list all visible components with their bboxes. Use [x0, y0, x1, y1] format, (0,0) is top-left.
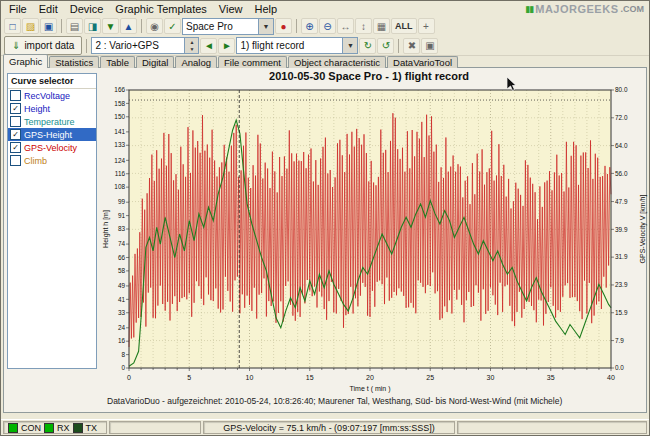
- refresh-icon[interactable]: ↻: [359, 38, 376, 54]
- svg-text:124: 124: [114, 157, 125, 164]
- svg-text:80.0: 80.0: [615, 86, 628, 93]
- flight-chart[interactable]: 1661581501411331241161089991837466584941…: [99, 84, 650, 396]
- menu-help[interactable]: Help: [249, 3, 284, 15]
- device-settings-icon[interactable]: ◨: [84, 18, 101, 34]
- checkbox-icon[interactable]: ✓: [10, 129, 21, 140]
- zoom-in-icon[interactable]: ⊕: [301, 18, 318, 34]
- svg-text:24: 24: [118, 324, 126, 331]
- zoom-vertical-icon[interactable]: ↕: [355, 18, 372, 34]
- record-icon[interactable]: ●: [275, 18, 292, 34]
- next-record-button[interactable]: ►: [218, 38, 235, 54]
- svg-text:23.9: 23.9: [615, 281, 628, 288]
- previous-record-button[interactable]: ◄: [200, 38, 217, 54]
- curve-label: Height: [24, 104, 50, 114]
- svg-text:91: 91: [118, 212, 126, 219]
- device-profile-value: Space Pro: [183, 21, 258, 32]
- svg-text:Time t ( min ): Time t ( min ): [350, 385, 391, 393]
- toolbar-separator: [86, 39, 87, 53]
- checkbox-icon[interactable]: ✓: [10, 103, 21, 114]
- tab-datavariotool[interactable]: DataVarioTool: [387, 56, 458, 68]
- reload-icon[interactable]: ↺: [377, 38, 394, 54]
- svg-text:116: 116: [115, 170, 126, 177]
- svg-text:58: 58: [118, 267, 126, 274]
- svg-text:72.0: 72.0: [615, 114, 628, 121]
- channel-combo[interactable]: 2 : Vario+GPS ▲ ▼: [91, 37, 199, 54]
- channel-spinner: ▲ ▼: [184, 38, 198, 53]
- upload-to-device-icon[interactable]: ▲: [120, 18, 137, 34]
- tab-file-comment[interactable]: File comment: [218, 56, 287, 68]
- svg-text:8: 8: [121, 351, 125, 358]
- svg-text:83: 83: [118, 225, 126, 232]
- toolbar-separator: [398, 39, 399, 53]
- status-bar: CON RX TX GPS-Velocity = 75.1 km/h - (09…: [1, 419, 649, 435]
- menu-graphic-templates[interactable]: Graphic Templates: [109, 3, 213, 15]
- svg-text:56.0: 56.0: [615, 170, 628, 177]
- tab-analog[interactable]: Analog: [175, 56, 217, 68]
- new-document-icon[interactable]: □: [4, 18, 21, 34]
- checkbox-icon[interactable]: ✓: [10, 142, 21, 153]
- grid-icon[interactable]: ▦: [373, 18, 390, 34]
- zoom-out-icon[interactable]: ⊖: [319, 18, 336, 34]
- curve-row-height[interactable]: ✓ Height: [8, 102, 96, 115]
- tx-led-icon: [73, 423, 83, 433]
- menu-view[interactable]: View: [213, 3, 249, 15]
- svg-text:40: 40: [607, 374, 615, 381]
- svg-text:15.9: 15.9: [615, 309, 628, 316]
- svg-text:41: 41: [118, 296, 126, 303]
- spin-down-icon[interactable]: ▼: [185, 46, 198, 54]
- tab-digital[interactable]: Digital: [136, 56, 174, 68]
- toolbar-separator: [141, 19, 142, 33]
- svg-text:150: 150: [114, 113, 125, 120]
- channel-combo-value: 2 : Vario+GPS: [92, 40, 184, 51]
- curve-label: GPS-Height: [24, 130, 72, 140]
- menu-edit[interactable]: Edit: [33, 3, 64, 15]
- print-icon[interactable]: ▤: [66, 18, 83, 34]
- curve-row-gps-velocity[interactable]: ✓ GPS-Velocity: [8, 141, 96, 154]
- tab-graphic[interactable]: Graphic: [3, 54, 48, 68]
- spin-up-icon[interactable]: ▲: [185, 38, 198, 46]
- curve-label: Temperature: [24, 117, 75, 127]
- eye-view-icon[interactable]: ◉: [146, 18, 163, 34]
- svg-text:20: 20: [366, 374, 374, 381]
- zoom-horizontal-icon[interactable]: ↔: [337, 18, 354, 34]
- svg-text:10: 10: [246, 374, 254, 381]
- svg-text:0.0: 0.0: [615, 364, 624, 371]
- menu-device[interactable]: Device: [64, 3, 110, 15]
- flight-record-combo[interactable]: 1) flight record ▼: [236, 37, 358, 54]
- svg-text:99: 99: [118, 198, 126, 205]
- rx-label: RX: [57, 423, 70, 433]
- curve-row-recvoltage[interactable]: RecVoltage: [8, 89, 96, 102]
- pan-icon[interactable]: +: [418, 18, 435, 34]
- chevron-down-icon[interactable]: ▼: [342, 38, 357, 53]
- curve-row-climb[interactable]: Climb: [8, 154, 96, 167]
- curve-row-gps-height[interactable]: ✓ GPS-Height: [8, 128, 96, 141]
- tab-object-characteristic[interactable]: Object characteristic: [288, 56, 386, 68]
- chevron-down-icon[interactable]: ▼: [258, 19, 273, 34]
- svg-text:49: 49: [118, 282, 126, 289]
- checklist-icon[interactable]: ✓: [164, 18, 181, 34]
- svg-text:33: 33: [118, 309, 126, 316]
- download-from-device-icon[interactable]: ▼: [102, 18, 119, 34]
- status-filler-panel: [457, 421, 647, 434]
- svg-text:133: 133: [114, 141, 125, 148]
- import-data-button[interactable]: ⇓ import data: [4, 36, 82, 55]
- svg-text:GPS-Velocity V [km/h]: GPS-Velocity V [km/h]: [639, 195, 647, 264]
- toolbar-separator: [61, 19, 62, 33]
- save-icon[interactable]: ▣: [40, 18, 57, 34]
- watermark-suffix: .COM: [621, 4, 645, 14]
- open-folder-icon[interactable]: ▨: [22, 18, 39, 34]
- menu-file[interactable]: File: [3, 3, 33, 15]
- flight-record-value: 1) flight record: [237, 40, 342, 51]
- zoom-all-button[interactable]: ALL: [391, 18, 417, 34]
- checkbox-icon[interactable]: [10, 90, 21, 101]
- device-profile-combo[interactable]: Space Pro ▼: [182, 18, 274, 35]
- svg-text:30: 30: [487, 374, 495, 381]
- tab-statistics[interactable]: Statistics: [49, 56, 99, 68]
- checkbox-icon[interactable]: [10, 155, 21, 166]
- copy-record-icon[interactable]: ▣: [421, 38, 438, 54]
- curve-row-temperature[interactable]: Temperature: [8, 115, 96, 128]
- svg-text:7.9: 7.9: [615, 337, 624, 344]
- tab-table[interactable]: Table: [100, 56, 135, 68]
- delete-record-icon[interactable]: ✖: [403, 38, 420, 54]
- checkbox-icon[interactable]: [10, 116, 21, 127]
